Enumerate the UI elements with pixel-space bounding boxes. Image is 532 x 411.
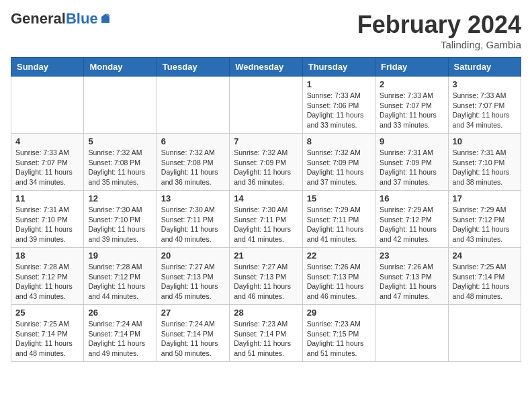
calendar-cell: [375, 305, 448, 362]
day-info: Sunrise: 7:26 AMSunset: 7:13 PMDaylight:…: [307, 262, 371, 302]
day-info: Sunrise: 7:32 AMSunset: 7:08 PMDaylight:…: [161, 148, 225, 187]
calendar-cell: 29Sunrise: 7:23 AMSunset: 7:15 PMDayligh…: [302, 305, 375, 362]
calendar-cell: 18Sunrise: 7:28 AMSunset: 7:12 PMDayligh…: [11, 248, 84, 305]
day-number: 29: [307, 308, 371, 318]
day-info: Sunrise: 7:28 AMSunset: 7:12 PMDaylight:…: [88, 262, 152, 302]
day-number: 26: [88, 308, 152, 318]
calendar-cell: 8Sunrise: 7:32 AMSunset: 7:09 PMDaylight…: [302, 134, 375, 191]
calendar-week-row: 1Sunrise: 7:33 AMSunset: 7:06 PMDaylight…: [11, 77, 521, 134]
day-info: Sunrise: 7:32 AMSunset: 7:09 PMDaylight:…: [307, 148, 371, 187]
title-block: February 2024 Talinding, Gambia: [357, 11, 521, 50]
day-number: 8: [307, 136, 371, 146]
calendar-week-row: 11Sunrise: 7:31 AMSunset: 7:10 PMDayligh…: [11, 191, 521, 248]
logo: GeneralBlue: [11, 11, 112, 27]
day-number: 15: [307, 193, 371, 203]
day-info: Sunrise: 7:32 AMSunset: 7:09 PMDaylight:…: [234, 148, 298, 187]
calendar-cell: 27Sunrise: 7:24 AMSunset: 7:14 PMDayligh…: [157, 305, 229, 362]
calendar-cell: [448, 305, 521, 362]
calendar-cell: 24Sunrise: 7:25 AMSunset: 7:14 PMDayligh…: [448, 248, 521, 305]
calendar-cell: 25Sunrise: 7:25 AMSunset: 7:14 PMDayligh…: [11, 305, 84, 362]
day-number: 1: [307, 79, 371, 89]
calendar-cell: 11Sunrise: 7:31 AMSunset: 7:10 PMDayligh…: [11, 191, 84, 248]
header: GeneralBlue February 2024 Talinding, Gam…: [11, 11, 521, 50]
day-header-tuesday: Tuesday: [157, 58, 229, 77]
calendar-cell: 23Sunrise: 7:26 AMSunset: 7:13 PMDayligh…: [375, 248, 448, 305]
calendar-cell: 17Sunrise: 7:29 AMSunset: 7:12 PMDayligh…: [448, 191, 521, 248]
day-number: 20: [161, 250, 225, 261]
calendar-cell: 13Sunrise: 7:30 AMSunset: 7:11 PMDayligh…: [157, 191, 229, 248]
day-number: 18: [15, 250, 79, 261]
calendar-cell: 19Sunrise: 7:28 AMSunset: 7:12 PMDayligh…: [84, 248, 157, 305]
day-number: 4: [15, 136, 79, 146]
calendar-cell: 20Sunrise: 7:27 AMSunset: 7:13 PMDayligh…: [157, 248, 229, 305]
calendar-cell: 12Sunrise: 7:30 AMSunset: 7:10 PMDayligh…: [84, 191, 157, 248]
logo-icon: [99, 13, 112, 25]
day-number: 2: [380, 79, 443, 89]
day-header-sunday: Sunday: [11, 58, 84, 77]
calendar-table: SundayMondayTuesdayWednesdayThursdayFrid…: [11, 57, 521, 362]
calendar-cell: 15Sunrise: 7:29 AMSunset: 7:11 PMDayligh…: [302, 191, 375, 248]
day-info: Sunrise: 7:23 AMSunset: 7:15 PMDaylight:…: [307, 319, 371, 359]
calendar-cell: 21Sunrise: 7:27 AMSunset: 7:13 PMDayligh…: [230, 248, 302, 305]
day-info: Sunrise: 7:29 AMSunset: 7:12 PMDaylight:…: [453, 205, 517, 244]
day-number: 19: [88, 250, 152, 261]
days-header-row: SundayMondayTuesdayWednesdayThursdayFrid…: [11, 58, 521, 77]
day-info: Sunrise: 7:24 AMSunset: 7:14 PMDaylight:…: [88, 319, 152, 359]
day-number: 13: [161, 193, 225, 203]
day-header-monday: Monday: [84, 58, 157, 77]
calendar-cell: 4Sunrise: 7:33 AMSunset: 7:07 PMDaylight…: [11, 134, 84, 191]
day-number: 17: [453, 193, 517, 203]
calendar-cell: [157, 77, 229, 134]
day-info: Sunrise: 7:28 AMSunset: 7:12 PMDaylight:…: [15, 262, 79, 302]
day-info: Sunrise: 7:30 AMSunset: 7:11 PMDaylight:…: [161, 205, 225, 244]
day-info: Sunrise: 7:29 AMSunset: 7:11 PMDaylight:…: [307, 205, 371, 244]
day-number: 22: [307, 250, 371, 261]
day-number: 27: [161, 308, 225, 318]
calendar-cell: 9Sunrise: 7:31 AMSunset: 7:09 PMDaylight…: [375, 134, 448, 191]
calendar-cell: 6Sunrise: 7:32 AMSunset: 7:08 PMDaylight…: [157, 134, 229, 191]
day-number: 21: [234, 250, 298, 261]
day-info: Sunrise: 7:24 AMSunset: 7:14 PMDaylight:…: [161, 319, 225, 359]
day-info: Sunrise: 7:27 AMSunset: 7:13 PMDaylight:…: [234, 262, 298, 302]
day-info: Sunrise: 7:33 AMSunset: 7:07 PMDaylight:…: [453, 91, 517, 130]
day-info: Sunrise: 7:33 AMSunset: 7:07 PMDaylight:…: [380, 91, 443, 130]
day-number: 7: [234, 136, 298, 146]
day-header-wednesday: Wednesday: [230, 58, 302, 77]
day-header-thursday: Thursday: [302, 58, 375, 77]
day-info: Sunrise: 7:33 AMSunset: 7:06 PMDaylight:…: [307, 91, 371, 130]
day-info: Sunrise: 7:29 AMSunset: 7:12 PMDaylight:…: [380, 205, 443, 244]
calendar-cell: 3Sunrise: 7:33 AMSunset: 7:07 PMDaylight…: [448, 77, 521, 134]
calendar-cell: 7Sunrise: 7:32 AMSunset: 7:09 PMDaylight…: [230, 134, 302, 191]
calendar-cell: [230, 77, 302, 134]
day-info: Sunrise: 7:25 AMSunset: 7:14 PMDaylight:…: [453, 262, 517, 302]
month-title: February 2024: [357, 11, 521, 39]
day-info: Sunrise: 7:30 AMSunset: 7:10 PMDaylight:…: [88, 205, 152, 244]
day-number: 25: [15, 308, 79, 318]
calendar-cell: 26Sunrise: 7:24 AMSunset: 7:14 PMDayligh…: [84, 305, 157, 362]
day-header-saturday: Saturday: [448, 58, 521, 77]
calendar-cell: 16Sunrise: 7:29 AMSunset: 7:12 PMDayligh…: [375, 191, 448, 248]
calendar-cell: 5Sunrise: 7:32 AMSunset: 7:08 PMDaylight…: [84, 134, 157, 191]
day-number: 11: [15, 193, 79, 203]
calendar-cell: 22Sunrise: 7:26 AMSunset: 7:13 PMDayligh…: [302, 248, 375, 305]
day-info: Sunrise: 7:31 AMSunset: 7:09 PMDaylight:…: [380, 148, 443, 187]
location-title: Talinding, Gambia: [357, 39, 521, 50]
calendar-cell: 10Sunrise: 7:31 AMSunset: 7:10 PMDayligh…: [448, 134, 521, 191]
calendar-cell: [84, 77, 157, 134]
logo-blue-text: Blue: [66, 10, 98, 27]
day-number: 16: [380, 193, 443, 203]
day-number: 3: [453, 79, 517, 89]
calendar-cell: 28Sunrise: 7:23 AMSunset: 7:14 PMDayligh…: [230, 305, 302, 362]
calendar-week-row: 18Sunrise: 7:28 AMSunset: 7:12 PMDayligh…: [11, 248, 521, 305]
day-info: Sunrise: 7:33 AMSunset: 7:07 PMDaylight:…: [15, 148, 79, 187]
day-number: 9: [380, 136, 443, 146]
day-info: Sunrise: 7:27 AMSunset: 7:13 PMDaylight:…: [161, 262, 225, 302]
calendar-cell: [11, 77, 84, 134]
day-number: 10: [453, 136, 517, 146]
day-number: 6: [161, 136, 225, 146]
calendar-week-row: 4Sunrise: 7:33 AMSunset: 7:07 PMDaylight…: [11, 134, 521, 191]
day-number: 28: [234, 308, 298, 318]
day-info: Sunrise: 7:26 AMSunset: 7:13 PMDaylight:…: [380, 262, 443, 302]
day-number: 14: [234, 193, 298, 203]
day-info: Sunrise: 7:31 AMSunset: 7:10 PMDaylight:…: [15, 205, 79, 244]
